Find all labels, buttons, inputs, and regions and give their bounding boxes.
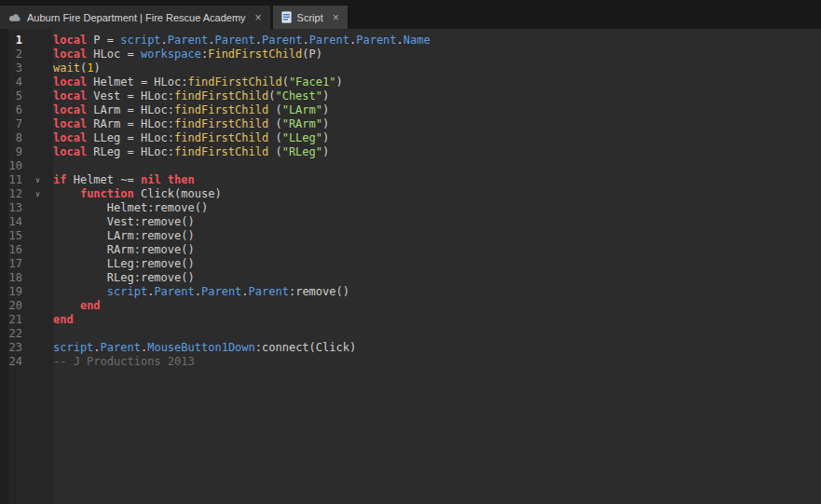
code-text: LArm:remove() [53,229,195,243]
fold-margin [22,299,53,313]
code-lines: 1local P = script.Parent.Parent.Parent.P… [0,29,821,369]
close-tab-icon[interactable]: × [333,12,339,23]
close-tab-icon[interactable]: × [255,12,262,23]
studio-window: Auburn Fire Department | Fire Rescue Aca… [0,0,821,504]
code-text: local RArm = HLoc:findFirstChild ("RArm"… [53,117,329,131]
line-number[interactable]: 13 [0,201,22,215]
fold-margin [22,159,53,173]
line-number[interactable]: 19 [0,285,22,299]
fold-margin [22,271,53,285]
fold-margin [22,201,53,215]
code-text: -- J Productions 2013 [53,355,195,369]
line-number[interactable]: 5 [0,89,22,103]
script-icon [281,11,292,23]
line-number[interactable]: 7 [0,117,22,131]
tab-script-label: Script [297,12,323,23]
code-line[interactable]: 22 [0,327,821,341]
code-text: local LLeg = HLoc:findFirstChild ("LLeg"… [53,131,329,145]
code-text: LLeg:remove() [53,257,195,271]
code-text: wait(1) [53,61,101,75]
line-number[interactable]: 22 [0,327,22,341]
fold-margin [22,145,53,159]
line-number[interactable]: 12 [0,187,22,201]
line-number[interactable]: 1 [0,34,22,48]
code-text: RArm:remove() [53,243,195,257]
code-text: RLeg:remove() [53,271,195,285]
code-editor[interactable]: 1local P = script.Parent.Parent.Parent.P… [0,29,821,504]
line-number[interactable]: 20 [0,299,22,313]
fold-margin [22,341,53,355]
line-number[interactable]: 4 [0,75,22,89]
code-line[interactable]: 13 Helmet:remove() [0,201,821,215]
fold-margin [22,61,53,75]
fold-margin [22,48,53,61]
code-line[interactable]: 3wait(1) [0,61,821,75]
code-text: script.Parent.Parent.Parent:remove() [53,285,349,299]
code-line[interactable]: 6local LArm = HLoc:findFirstChild ("LArm… [0,103,821,117]
code-line[interactable]: 20 end [0,299,821,313]
code-line[interactable]: 7local RArm = HLoc:findFirstChild ("RArm… [0,117,821,131]
line-number[interactable]: 3 [0,61,22,75]
line-number[interactable]: 8 [0,131,22,145]
code-line[interactable]: 9local RLeg = HLoc:findFirstChild ("RLeg… [0,145,821,159]
code-text: end [53,299,101,313]
code-text: local RLeg = HLoc:findFirstChild ("RLeg"… [53,145,329,159]
code-line[interactable]: 19 script.Parent.Parent.Parent:remove() [0,285,821,299]
fold-margin [22,34,53,48]
code-text: local P = script.Parent.Parent.Parent.Pa… [53,34,431,48]
code-line[interactable]: 12∨ function Click(mouse) [0,187,821,201]
code-line[interactable]: 18 RLeg:remove() [0,271,821,285]
code-text: if Helmet ~= nil then [53,173,195,187]
fold-margin [22,327,53,341]
tab-place-label: Auburn Fire Department | Fire Rescue Aca… [27,12,246,23]
code-text: function Click(mouse) [53,187,222,201]
code-line[interactable]: 11∨if Helmet ~= nil then [0,173,821,187]
line-number[interactable]: 24 [0,355,22,369]
code-line[interactable]: 1local P = script.Parent.Parent.Parent.P… [0,34,821,48]
code-line[interactable]: 15 LArm:remove() [0,229,821,243]
code-line[interactable]: 24-- J Productions 2013 [0,355,821,369]
code-text: script.Parent.MouseButton1Down:connect(C… [53,341,356,355]
line-number[interactable]: 23 [0,341,22,355]
code-text: Helmet:remove() [53,201,208,215]
line-number[interactable]: 14 [0,215,22,229]
fold-margin [22,131,53,145]
code-line[interactable]: 23script.Parent.MouseButton1Down:connect… [0,341,821,355]
fold-toggle-icon[interactable]: ∨ [22,187,53,201]
code-line[interactable]: 16 RArm:remove() [0,243,821,257]
line-number[interactable]: 2 [0,48,22,61]
line-number[interactable]: 9 [0,145,22,159]
fold-toggle-icon[interactable]: ∨ [22,173,53,187]
code-text: local Helmet = HLoc:findFirstChild("Face… [53,75,343,89]
line-number[interactable]: 11 [0,173,22,187]
code-line[interactable]: 21end [0,313,821,327]
code-text: local Vest = HLoc:findFirstChild("Chest"… [53,89,329,103]
code-line[interactable]: 14 Vest:remove() [0,215,821,229]
line-number[interactable]: 16 [0,243,22,257]
fold-margin [22,103,53,117]
line-number[interactable]: 6 [0,103,22,117]
code-line[interactable]: 8local LLeg = HLoc:findFirstChild ("LLeg… [0,131,821,145]
code-line[interactable]: 5local Vest = HLoc:findFirstChild("Chest… [0,89,821,103]
fold-margin [22,215,53,229]
fold-margin [22,257,53,271]
line-number[interactable]: 10 [0,159,22,173]
fold-margin [22,313,53,327]
code-text: local HLoc = workspace:FindFirstChild(P) [53,48,322,61]
line-number[interactable]: 21 [0,313,22,327]
fold-margin [22,89,53,103]
tab-place[interactable]: Auburn Fire Department | Fire Rescue Aca… [0,6,270,29]
line-number[interactable]: 15 [0,229,22,243]
line-number[interactable]: 17 [0,257,22,271]
fold-margin [22,117,53,131]
tab-script[interactable]: Script × [273,6,348,29]
code-line[interactable]: 2local HLoc = workspace:FindFirstChild(P… [0,48,821,61]
code-line[interactable]: 4local Helmet = HLoc:findFirstChild("Fac… [0,75,821,89]
fold-margin [22,229,53,243]
line-number[interactable]: 18 [0,271,22,285]
fold-margin [22,75,53,89]
code-line[interactable]: 17 LLeg:remove() [0,257,821,271]
document-tab-bar: Auburn Fire Department | Fire Rescue Aca… [0,0,821,29]
code-text: local LArm = HLoc:findFirstChild ("LArm"… [53,103,329,117]
code-line[interactable]: 10 [0,159,821,173]
